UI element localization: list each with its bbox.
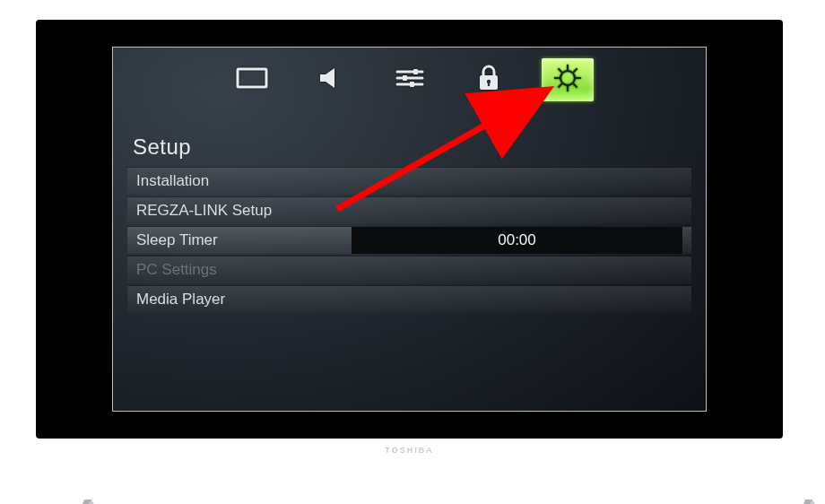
- setup-tab[interactable]: [542, 58, 594, 101]
- top-icon-bar: [113, 53, 706, 107]
- tv-frame: Setup Installation REGZA-LINK Setup Slee…: [36, 20, 783, 439]
- tv-brand-label: TOSHIBA: [36, 446, 783, 455]
- menu-item-label: Media Player: [136, 291, 352, 308]
- lock-icon: [471, 63, 507, 97]
- svg-line-17: [558, 83, 561, 87]
- sleep-timer-value[interactable]: 00:00: [352, 227, 682, 254]
- menu-item-label: REGZA-LINK Setup: [136, 202, 352, 220]
- svg-rect-5: [403, 75, 407, 81]
- svg-marker-21: [61, 500, 91, 504]
- menu-title: Setup: [127, 133, 691, 165]
- picture-tab[interactable]: [226, 58, 278, 101]
- installation-row[interactable]: Installation: [127, 167, 691, 195]
- sleep-timer-row[interactable]: Sleep Timer 00:00: [127, 226, 691, 254]
- sliders-icon: [392, 65, 428, 95]
- regza-link-setup-row[interactable]: REGZA-LINK Setup: [127, 196, 691, 224]
- svg-rect-0: [238, 69, 266, 87]
- svg-rect-4: [413, 69, 418, 74]
- picture-icon: [234, 65, 270, 95]
- setup-gear-icon: [550, 60, 586, 100]
- svg-line-15: [558, 68, 561, 72]
- svg-rect-6: [410, 82, 414, 87]
- menu-item-label: Installation: [136, 172, 352, 190]
- tv-screen: Setup Installation REGZA-LINK Setup Slee…: [112, 47, 707, 412]
- media-player-row[interactable]: Media Player: [127, 285, 691, 313]
- pc-settings-row: PC Settings: [127, 256, 691, 283]
- parental-lock-tab[interactable]: [463, 58, 515, 101]
- svg-point-10: [560, 71, 575, 85]
- settings-sliders-tab[interactable]: [384, 58, 436, 101]
- svg-marker-24: [782, 500, 812, 504]
- sound-tab[interactable]: [305, 58, 357, 101]
- svg-rect-9: [487, 82, 489, 86]
- menu-item-label: Sleep Timer: [136, 231, 352, 249]
- svg-line-18: [573, 68, 577, 72]
- svg-line-16: [573, 83, 577, 87]
- menu-item-label: PC Settings: [136, 261, 352, 279]
- setup-menu: Setup Installation REGZA-LINK Setup Slee…: [127, 133, 691, 313]
- sound-icon: [313, 65, 349, 95]
